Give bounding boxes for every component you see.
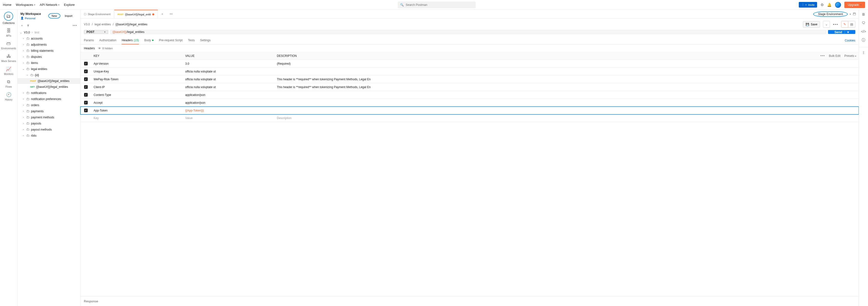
- table-row-empty[interactable]: Key Value Description: [81, 114, 859, 122]
- tree-folder[interactable]: ›🗀payout methods: [18, 127, 80, 133]
- subtab-prerequest[interactable]: Pre-request Script: [159, 36, 183, 45]
- header-key[interactable]: Accept: [91, 99, 183, 106]
- related-icon[interactable]: ⟟: [863, 51, 864, 55]
- chevron-down-icon[interactable]: ▾: [845, 30, 849, 34]
- tree-folder[interactable]: ›🗀accounts: [18, 35, 80, 41]
- checkbox-checked-icon[interactable]: ✓: [84, 101, 88, 105]
- save-button[interactable]: 💾Save: [803, 21, 820, 28]
- method-select[interactable]: POST ▾: [84, 30, 108, 34]
- tree-folder[interactable]: ›🗀payment methods: [18, 114, 80, 120]
- rail-monitors[interactable]: 📈Monitors: [4, 66, 13, 75]
- tree-folder[interactable]: ›🗀payouts: [18, 120, 80, 127]
- add-icon[interactable]: ＋: [21, 23, 23, 28]
- tab-environment[interactable]: ▢ Stage Environment: [81, 10, 114, 18]
- header-value[interactable]: officia nulla voluptate ut: [183, 83, 274, 91]
- checkbox-checked-icon[interactable]: ✓: [84, 85, 88, 89]
- import-button[interactable]: Import: [62, 13, 75, 18]
- workspace-visibility[interactable]: 👤Personal: [21, 17, 35, 20]
- upgrade-button[interactable]: Upgrade▾: [844, 2, 865, 8]
- subtab-headers[interactable]: Headers(15): [122, 36, 139, 45]
- header-value-placeholder[interactable]: Value: [183, 114, 274, 122]
- rail-collections[interactable]: 🗂 Collections: [3, 12, 14, 24]
- subtab-settings[interactable]: Settings: [200, 36, 211, 45]
- header-desc[interactable]: [274, 69, 810, 74]
- table-row[interactable]: ✓WePay-Risk-Tokenofficia nulla voluptate…: [81, 75, 859, 83]
- toggle-hidden-headers[interactable]: 👁 8 hidden: [98, 47, 113, 50]
- tree-folder[interactable]: ›🗀notifications: [18, 90, 80, 96]
- nav-explore[interactable]: Explore: [64, 3, 74, 7]
- filter-icon[interactable]: ⛛: [27, 24, 30, 27]
- send-button[interactable]: Send ▾: [828, 30, 855, 34]
- table-row[interactable]: ✓Content-Typeapplication/json: [81, 91, 859, 99]
- table-row[interactable]: ✓Api-Version3.0(Required): [81, 60, 859, 67]
- tree-folder[interactable]: ›🗀items: [18, 60, 80, 66]
- bulk-edit-link[interactable]: Bulk Edit: [829, 54, 840, 58]
- tree-folder[interactable]: ›🗀adjustments: [18, 41, 80, 48]
- table-row-highlighted[interactable]: ✓ App-Token {{App-Token}}|: [81, 107, 859, 114]
- info-icon[interactable]: ⓘ: [862, 38, 865, 43]
- nav-home[interactable]: Home: [3, 3, 11, 7]
- header-desc[interactable]: [274, 93, 810, 97]
- breadcrumb-item[interactable]: V3.0: [84, 23, 90, 26]
- header-value-input[interactable]: {{App-Token}}|: [183, 107, 274, 114]
- more-icon[interactable]: •••: [73, 24, 77, 27]
- code-icon[interactable]: </>: [861, 29, 866, 33]
- avatar[interactable]: [835, 2, 841, 8]
- tree-root[interactable]: ⌄ V3.0 ⑂ test: [18, 30, 80, 35]
- comment-icon[interactable]: ▤: [848, 21, 855, 28]
- header-key[interactable]: Client-IP: [91, 83, 183, 91]
- table-row[interactable]: ✓Acceptapplication/json: [81, 99, 859, 107]
- header-desc[interactable]: This header is **required** when tokeniz…: [274, 83, 810, 91]
- header-key[interactable]: WePay-Risk-Token: [91, 76, 183, 83]
- chevron-down-icon[interactable]: ▾: [850, 13, 851, 16]
- tree-folder[interactable]: ›🗀orders: [18, 102, 80, 108]
- header-value[interactable]: 3.0: [183, 60, 274, 67]
- tree-request-get-legal-entities[interactable]: GET {{baseUrl}}/legal_entities: [18, 84, 80, 90]
- save-options-button[interactable]: ⌄: [823, 21, 830, 28]
- table-row[interactable]: ✓Client-IPofficia nulla voluptate utThis…: [81, 83, 859, 91]
- url-input[interactable]: {{baseUrl}}/legal_entities: [110, 30, 826, 34]
- header-value[interactable]: application/json: [183, 91, 274, 99]
- notifications-icon[interactable]: 🔔: [827, 3, 832, 7]
- tab-more[interactable]: •••: [167, 10, 176, 18]
- header-key-input[interactable]: App-Token: [91, 107, 183, 114]
- checkbox-checked-icon[interactable]: ✓: [84, 62, 88, 65]
- checkbox-checked-icon[interactable]: ✓: [84, 109, 88, 112]
- header-value[interactable]: officia nulla voluptate ut: [183, 76, 274, 83]
- rail-environments[interactable]: 🗃Environments: [1, 41, 16, 50]
- environment-selector[interactable]: Stage Environment: [813, 11, 848, 17]
- nav-api-network[interactable]: API Network▾: [40, 3, 59, 7]
- tree-folder[interactable]: ›🗀notification preferences: [18, 96, 80, 102]
- docs-icon[interactable]: 🗎: [862, 12, 865, 16]
- edit-icon[interactable]: ✎: [841, 21, 848, 28]
- breadcrumb-item[interactable]: legal entities: [95, 23, 111, 26]
- header-key[interactable]: Unique-Key: [91, 68, 183, 75]
- header-desc[interactable]: (Required): [274, 60, 810, 67]
- new-button[interactable]: New: [48, 13, 60, 19]
- rail-mock-servers[interactable]: 🖧Mock Servers: [1, 54, 16, 62]
- tab-request-active[interactable]: POST {{baseUrl}}/legal_entit: [114, 10, 158, 18]
- header-desc[interactable]: This header is **required** when tokeniz…: [274, 76, 810, 83]
- tree-folder-id[interactable]: › 🗀 {id}: [18, 72, 80, 78]
- presets-dropdown[interactable]: Presets ▾: [844, 54, 856, 58]
- header-key[interactable]: Api-Version: [91, 60, 183, 67]
- tree-request-post-legal-entities[interactable]: POST {{baseUrl}}/legal_entities: [18, 78, 80, 84]
- subtab-body[interactable]: Body: [144, 36, 154, 45]
- header-value[interactable]: application/json: [183, 99, 274, 106]
- tree-folder[interactable]: ›🗀disputes: [18, 54, 80, 60]
- checkbox-checked-icon[interactable]: ✓: [84, 69, 88, 73]
- table-row[interactable]: ✓Unique-Keyofficia nulla voluptate ut: [81, 67, 859, 75]
- header-desc-placeholder[interactable]: Description: [274, 114, 810, 122]
- invite-button[interactable]: 👤＋Invite: [799, 2, 817, 7]
- header-key[interactable]: Content-Type: [91, 91, 183, 99]
- tree-folder[interactable]: ›🗀payments: [18, 108, 80, 114]
- header-desc-input[interactable]: [274, 109, 810, 112]
- checkbox-checked-icon[interactable]: ✓: [84, 77, 88, 81]
- cookies-link[interactable]: Cookies: [845, 39, 855, 42]
- subtab-authorization[interactable]: Authorization: [99, 36, 116, 45]
- rail-apis[interactable]: 🗄APIs: [6, 28, 11, 37]
- header-key-placeholder[interactable]: Key: [91, 114, 183, 122]
- rail-flows[interactable]: ⧉Flows: [5, 79, 12, 88]
- subtab-tests[interactable]: Tests: [188, 36, 195, 45]
- more-icon[interactable]: •••: [820, 54, 825, 58]
